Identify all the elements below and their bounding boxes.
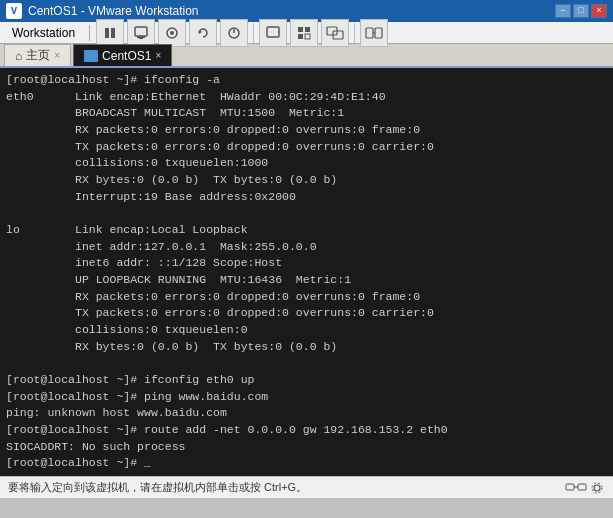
tab-centos1-close[interactable]: × (155, 50, 161, 61)
svg-rect-1 (111, 28, 115, 38)
svg-rect-16 (366, 28, 373, 38)
svg-rect-9 (267, 27, 279, 37)
network-icon (565, 480, 587, 496)
menu-workstation[interactable]: Workstation (4, 24, 83, 42)
terminal-area[interactable]: [root@localhost ~]# ifconfig -a eth0 Lin… (0, 68, 613, 476)
status-text: 要将输入定向到该虚拟机，请在虚拟机内部单击或按 Ctrl+G。 (8, 480, 307, 495)
tab-centos1[interactable]: CentOS1 × (73, 44, 172, 66)
toolbar-sep-2 (253, 23, 254, 43)
svg-rect-2 (135, 27, 147, 36)
svg-rect-4 (139, 38, 143, 39)
maximize-button[interactable]: □ (573, 4, 589, 18)
svg-rect-0 (105, 28, 109, 38)
tab-home[interactable]: ⌂ 主页 × (4, 44, 71, 66)
power-button[interactable] (220, 19, 248, 47)
svg-rect-19 (566, 484, 574, 490)
pause-button[interactable] (96, 19, 124, 47)
clone-button[interactable] (321, 19, 349, 47)
svg-rect-3 (137, 36, 145, 38)
title-text: CentOS1 - VMware Workstation (28, 4, 549, 18)
vm-settings-button[interactable] (127, 19, 155, 47)
status-bar: 要将输入定向到该虚拟机，请在虚拟机内部单击或按 Ctrl+G。 (0, 476, 613, 498)
minimize-button[interactable]: − (555, 4, 571, 18)
menu-bar: Workstation (0, 22, 613, 44)
connect-button[interactable] (360, 19, 388, 47)
svg-rect-11 (305, 27, 310, 32)
window-controls[interactable]: − □ × (555, 4, 607, 18)
vm-icon (84, 50, 98, 62)
unity-button[interactable] (290, 19, 318, 47)
svg-point-22 (594, 485, 600, 491)
svg-point-6 (170, 31, 174, 35)
tab-home-close[interactable]: × (54, 50, 60, 61)
toolbar-separator-1 (89, 25, 90, 41)
settings-icon (589, 480, 605, 496)
tabs-row: ⌂ 主页 × CentOS1 × (0, 44, 613, 68)
tab-centos1-label: CentOS1 (102, 49, 151, 63)
toolbar-sep-3 (354, 23, 355, 43)
status-icons (565, 480, 605, 496)
svg-rect-17 (375, 28, 382, 38)
fullscreen-button[interactable] (259, 19, 287, 47)
close-button[interactable]: × (591, 4, 607, 18)
svg-rect-20 (578, 484, 586, 490)
svg-rect-13 (305, 34, 310, 39)
tab-home-label: 主页 (26, 47, 50, 64)
snapshot-button[interactable] (158, 19, 186, 47)
revert-button[interactable] (189, 19, 217, 47)
svg-rect-10 (298, 27, 303, 32)
home-icon: ⌂ (15, 49, 22, 63)
app-icon: V (6, 3, 22, 19)
svg-rect-12 (298, 34, 303, 39)
